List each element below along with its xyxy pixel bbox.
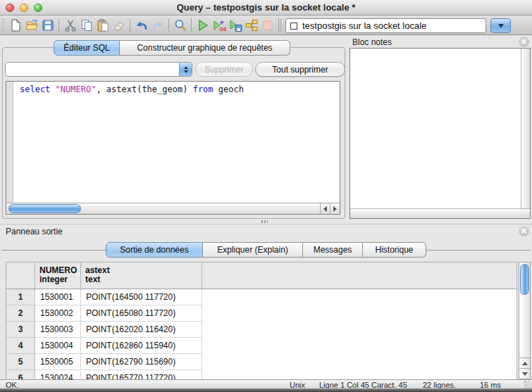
notes-vscrollbar[interactable]: [521, 49, 530, 208]
paste-button[interactable]: [94, 17, 111, 34]
delete-all-history-button[interactable]: Tout supprimer: [255, 62, 345, 77]
scroll-up-button[interactable]: [519, 358, 530, 368]
tab-editeur-sql[interactable]: Éditeur SQL: [54, 40, 120, 56]
hscrollbar-thumb[interactable]: [8, 204, 81, 213]
output-panel-tabs: Sortie de données Expliquer (Explain) Me…: [106, 242, 426, 258]
notes-panel-close-button[interactable]: ✕: [519, 37, 529, 47]
connection-dropdown-button[interactable]: [490, 18, 511, 33]
toolbar-separator: [130, 18, 130, 32]
window-bottom-edge: [0, 388, 532, 392]
execute-query-button[interactable]: [194, 17, 211, 34]
results-vscrollbar[interactable]: [519, 262, 531, 379]
paste-icon: [96, 18, 110, 32]
panel-splitter[interactable]: [0, 219, 532, 224]
find-button[interactable]: [172, 17, 188, 34]
tab-expliquer[interactable]: Expliquer (Explain): [203, 242, 303, 258]
svg-text:GS: GS: [219, 25, 226, 32]
column-header-filler: [202, 263, 516, 289]
connection-checkbox-icon: [290, 23, 297, 30]
notes-panel-title: Bloc notes: [352, 37, 392, 47]
chevron-down-icon: [184, 70, 188, 73]
open-file-icon: [25, 18, 39, 32]
results-grid-header: NUMERO integer astext text: [6, 263, 516, 289]
cancel-query-button[interactable]: [259, 17, 276, 34]
output-panel-title: Panneau sortie: [6, 227, 63, 236]
save-icon: [41, 18, 55, 32]
table-row[interactable]: 1 1530001 POINT(164500 117720): [6, 289, 516, 305]
sql-editor-hscrollbar[interactable]: [6, 203, 340, 214]
tab-sortie-de-donnees[interactable]: Sortie de données: [106, 242, 203, 258]
window-resize-grip[interactable]: [524, 381, 531, 388]
column-header-numero[interactable]: NUMERO integer: [35, 263, 81, 289]
toolbar-drag-handle[interactable]: [280, 19, 282, 32]
arrow-left-icon: [323, 206, 327, 212]
query-history-combo[interactable]: [5, 62, 192, 77]
redo-button[interactable]: [149, 17, 166, 34]
arrow-up-icon: [522, 362, 528, 365]
table-row[interactable]: 5 1530005 POINT(162790 115690): [6, 354, 516, 370]
output-panel-header: [0, 224, 532, 240]
toolbar-separator: [168, 18, 169, 32]
toolbar-separator: [191, 18, 192, 32]
explain-query-button[interactable]: [243, 17, 259, 34]
execute-pgscript-button[interactable]: PGS: [211, 17, 227, 34]
find-icon: [173, 18, 187, 32]
title-bar: Query – testpostgis sur la socket locale…: [0, 0, 532, 15]
copy-button[interactable]: [78, 17, 94, 34]
open-file-button[interactable]: [23, 17, 39, 34]
query-tool-window: Query – testpostgis sur la socket locale…: [0, 0, 532, 392]
sql-token: "NUMERO": [56, 84, 97, 94]
toolbar-drag-handle[interactable]: [2, 19, 4, 32]
tab-messages[interactable]: Messages: [303, 242, 363, 258]
query-history-stepper[interactable]: [179, 63, 192, 76]
chevron-up-icon: [184, 66, 188, 69]
status-bar: OK. Unix Ligne 1 Col 45 Caract. 45 22 li…: [0, 379, 532, 388]
vscrollbar-thumb[interactable]: [520, 264, 529, 295]
connection-combo[interactable]: testpostgis sur la socket locale: [285, 18, 486, 33]
arrow-down-icon: [522, 372, 528, 376]
new-file-icon: [8, 18, 23, 32]
save-button[interactable]: [39, 17, 56, 34]
close-icon: ✕: [521, 227, 527, 235]
table-row[interactable]: 2 1530002 POINT(165080 117720): [6, 305, 516, 322]
sql-token: from: [193, 84, 214, 94]
toolbar-separator: [278, 18, 279, 32]
column-header-astext[interactable]: astext text: [81, 263, 202, 289]
arrow-right-icon: [333, 206, 337, 212]
tab-constructeur-graphique[interactable]: Constructeur graphique de requêtes: [120, 40, 290, 56]
new-file-button[interactable]: [7, 17, 23, 34]
sql-token: select: [20, 84, 56, 94]
notes-textarea[interactable]: [349, 48, 531, 219]
delete-history-button[interactable]: Supprimer: [195, 62, 253, 77]
chevron-down-icon: [498, 24, 504, 28]
row-number-column-header[interactable]: [6, 263, 35, 289]
undo-icon: [135, 18, 149, 32]
window-title: Query – testpostgis sur la socket locale…: [0, 2, 532, 13]
notes-hscrollbar[interactable]: [350, 208, 530, 218]
execute-to-file-button[interactable]: [227, 17, 243, 34]
tab-historique[interactable]: Historique: [363, 242, 426, 258]
scroll-right-button[interactable]: [330, 203, 340, 214]
toolbar: PGS ? testpostgis sur la socket locale: [0, 15, 532, 35]
copy-icon: [80, 18, 94, 32]
cancel-query-icon: [261, 18, 275, 32]
cut-button[interactable]: [62, 17, 78, 34]
scroll-left-button[interactable]: [320, 203, 330, 214]
output-panel-close-button[interactable]: ✕: [519, 226, 529, 236]
explain-query-icon: [245, 18, 259, 32]
execute-to-file-icon: [228, 18, 242, 32]
table-row[interactable]: 4 1530004 POINT(162860 115940): [6, 338, 516, 354]
sql-query-text: select "NUMERO", astext(the_geom) from g…: [20, 84, 244, 94]
scroll-down-button[interactable]: [519, 368, 530, 379]
table-row[interactable]: 6 1530024 POINT(165770 117720): [6, 370, 516, 379]
table-row[interactable]: 3 1530003 POINT(162020 116420): [6, 322, 516, 338]
splitter-grip-icon: [261, 220, 268, 223]
clear-window-button[interactable]: [111, 17, 127, 34]
results-grid: NUMERO integer astext text 1 1530001 POI…: [6, 262, 517, 379]
connection-value: testpostgis sur la socket locale: [302, 20, 426, 31]
execute-pgscript-icon: PGS: [212, 18, 226, 32]
sql-editor[interactable]: select "NUMERO", astext(the_geom) from g…: [6, 81, 340, 215]
undo-button[interactable]: [133, 17, 149, 34]
sql-token: geoch: [214, 84, 244, 94]
cut-icon: [63, 18, 78, 32]
